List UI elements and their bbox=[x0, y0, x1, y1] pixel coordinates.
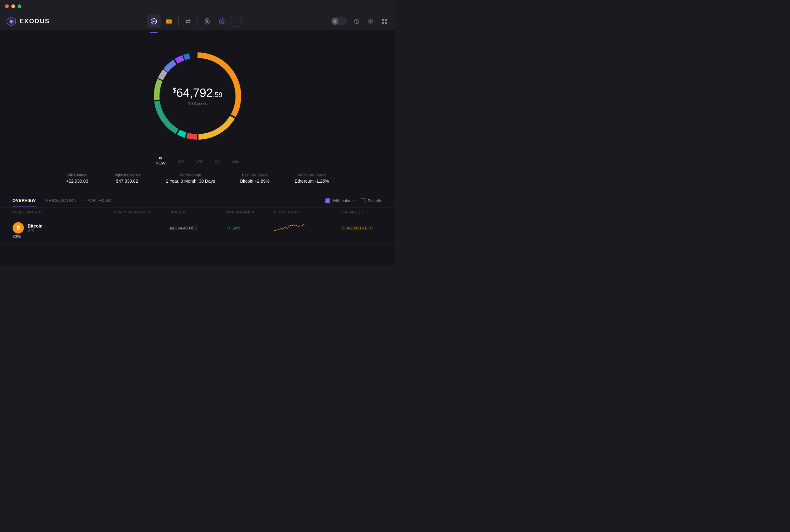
btc-change: +7.14% bbox=[226, 226, 273, 230]
ring-container: $64,792.59 10 Assets bbox=[144, 43, 251, 149]
th-balance: BALANCE ⇅ bbox=[342, 210, 395, 214]
th-apy: ? APY REWARDS ⇅ bbox=[113, 210, 170, 214]
btc-info: Bitcoin BTC bbox=[27, 224, 42, 232]
nav-earn[interactable] bbox=[215, 15, 229, 28]
favorite-label: Favorite bbox=[368, 198, 382, 203]
stat-age-label: Portfolio Age bbox=[166, 173, 215, 177]
header: EXODUS bbox=[0, 13, 395, 30]
stat-best-asset: Best 24H Asset Bitcoin +2.89% bbox=[240, 173, 270, 184]
th-balance-label: BALANCE bbox=[342, 210, 360, 214]
filter-with-balance[interactable]: ✓ With balance bbox=[325, 198, 356, 203]
portfolio-amount: $64,792.59 bbox=[172, 86, 222, 100]
svg-point-16 bbox=[370, 20, 372, 22]
grid-icon bbox=[381, 19, 387, 24]
th-trend-label: 30 DAY TREND bbox=[273, 210, 300, 214]
th-change: 24H CHANGE ⇅ bbox=[226, 210, 273, 214]
th-price: PRICE ⇅ bbox=[170, 210, 226, 214]
nav-wallet[interactable] bbox=[162, 15, 176, 28]
timeline-1m[interactable]: 1M bbox=[178, 159, 184, 164]
lock-icon bbox=[334, 19, 337, 23]
traffic-light-yellow[interactable] bbox=[11, 4, 15, 8]
with-balance-label: With balance bbox=[332, 198, 356, 203]
sort-price-icon[interactable]: ⇅ bbox=[183, 211, 186, 214]
timeline-1m-label: 1M bbox=[178, 159, 184, 164]
btc-portfolio: 33% bbox=[13, 234, 113, 239]
dollar-sign: $ bbox=[172, 86, 176, 94]
with-balance-checkbox[interactable]: ✓ bbox=[325, 198, 330, 203]
svg-marker-13 bbox=[221, 20, 224, 23]
traffic-light-green[interactable] bbox=[18, 4, 21, 8]
lock-toggle[interactable] bbox=[331, 17, 347, 25]
stat-highest-label: Highest Balance bbox=[113, 173, 141, 177]
sort-apy-icon[interactable]: ⇅ bbox=[148, 211, 151, 214]
tab-overview-label: OVERVIEW bbox=[13, 198, 36, 203]
th-trend: 30 DAY TREND bbox=[273, 210, 342, 214]
settings-button[interactable] bbox=[366, 17, 375, 26]
stat-best-value: Bitcoin +2.89% bbox=[240, 178, 270, 184]
portfolio-section: $64,792.59 10 Assets NOW 1M 6M 1Y ALL bbox=[0, 36, 395, 194]
svg-point-5 bbox=[153, 21, 154, 22]
nav-add-button[interactable]: + bbox=[230, 16, 242, 27]
btc-trend bbox=[273, 222, 342, 234]
history-button[interactable] bbox=[352, 17, 361, 26]
tab-price-action[interactable]: PRICE ACTION bbox=[46, 194, 77, 207]
svg-point-11 bbox=[206, 20, 207, 21]
svg-rect-18 bbox=[385, 19, 387, 21]
btc-icon: ₿ bbox=[13, 222, 24, 233]
filter-favorite[interactable]: Favorite bbox=[361, 198, 382, 203]
sort-asset-icon[interactable]: ⇅ bbox=[39, 211, 41, 214]
stat-worst-label: Worst 24H Asset bbox=[295, 173, 329, 177]
apy-help-icon[interactable]: ? bbox=[113, 210, 117, 214]
th-asset-name: ASSET NAME ⇅ bbox=[13, 210, 113, 214]
th-asset-name-label: ASSET NAME bbox=[13, 210, 37, 214]
sort-balance-icon[interactable]: ⇅ bbox=[361, 211, 364, 214]
logo-text: EXODUS bbox=[19, 18, 50, 25]
traffic-light-red[interactable] bbox=[5, 4, 9, 8]
th-price-label: PRICE bbox=[170, 210, 182, 214]
timeline-all[interactable]: ALL bbox=[232, 159, 239, 164]
sort-change-icon[interactable]: ⇅ bbox=[252, 211, 255, 214]
plus-icon: + bbox=[234, 18, 238, 24]
tab-overview[interactable]: OVERVIEW bbox=[13, 194, 36, 207]
btc-name: Bitcoin bbox=[27, 224, 42, 228]
title-bar bbox=[0, 0, 395, 13]
tab-portfolio[interactable]: PORTFOLIO bbox=[87, 194, 111, 207]
timeline-6m[interactable]: 6M bbox=[196, 159, 202, 164]
stat-highest-balance: Highest Balance $47,839.82 bbox=[113, 173, 141, 184]
apps-icon bbox=[204, 18, 211, 25]
exchange-icon bbox=[185, 18, 191, 25]
timeline-6m-label: 6M bbox=[196, 159, 202, 164]
lock-knob bbox=[332, 18, 338, 25]
nav-exchange[interactable] bbox=[181, 15, 195, 28]
th-change-label: 24H CHANGE bbox=[226, 210, 250, 214]
timeline: NOW 1M 6M 1Y ALL bbox=[156, 154, 240, 168]
table-row[interactable]: ₿ Bitcoin BTC $9,364.48 USD +7.14% 0.602… bbox=[0, 217, 395, 244]
nav-right bbox=[326, 17, 389, 26]
nav-divider-2 bbox=[198, 17, 198, 26]
favorite-checkbox[interactable] bbox=[361, 198, 366, 203]
earn-icon bbox=[219, 18, 226, 25]
wallet-icon bbox=[166, 18, 172, 25]
tab-price-action-label: PRICE ACTION bbox=[46, 198, 77, 203]
stat-24h-change: 24h Change +$2,930.03 bbox=[66, 173, 88, 184]
settings-icon bbox=[368, 19, 373, 24]
amount-whole: 64,792 bbox=[176, 86, 213, 99]
stat-24h-label: 24h Change bbox=[66, 173, 88, 177]
nav-center: + bbox=[63, 15, 326, 28]
timeline-now[interactable]: NOW bbox=[156, 157, 166, 166]
asset-cell-btc: ₿ Bitcoin BTC bbox=[13, 222, 113, 233]
grid-button[interactable] bbox=[380, 17, 389, 26]
timeline-dot bbox=[159, 157, 162, 159]
amount-cents: .59 bbox=[213, 91, 223, 98]
timeline-1y[interactable]: 1Y bbox=[214, 159, 220, 164]
stat-worst-value: Ethereum -1,25% bbox=[295, 178, 329, 184]
stat-age-value: 2 Year, 3 Month, 30 Days bbox=[166, 178, 215, 184]
stat-portfolio-age: Portfolio Age 2 Year, 3 Month, 30 Days bbox=[166, 173, 215, 184]
history-icon bbox=[354, 19, 359, 24]
tabs-bar: OVERVIEW PRICE ACTION PORTFOLIO ✓ With b… bbox=[0, 194, 395, 207]
logo-area: EXODUS bbox=[6, 16, 63, 26]
tabs-right: ✓ With balance Favorite bbox=[325, 198, 382, 203]
nav-apps[interactable] bbox=[200, 15, 214, 28]
svg-rect-14 bbox=[334, 21, 336, 23]
nav-portfolio[interactable] bbox=[147, 15, 161, 28]
